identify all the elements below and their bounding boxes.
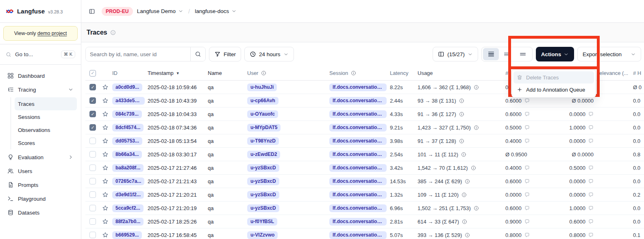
column-header-timestamp[interactable]: Timestamp▼: [145, 70, 206, 76]
sidebar-item-datasets[interactable]: Datasets: [4, 206, 77, 219]
session-id-badge[interactable]: lf.docs.conversation...: [329, 164, 387, 172]
session-id-badge[interactable]: lf.docs.conversation...: [329, 178, 387, 185]
table-row[interactable]: ✓084c739...2025-02-18 10:04:33qau-OYauof…: [85, 107, 644, 121]
user-id-badge[interactable]: u-huJhuJi: [247, 83, 277, 91]
star-icon[interactable]: [102, 164, 109, 171]
user-id-badge[interactable]: u-OYauofc: [247, 110, 278, 118]
goto-command[interactable]: Go to... ⌘ K: [0, 44, 81, 65]
sidebar-item-tracing[interactable]: Tracing: [4, 83, 77, 96]
trace-id-badge[interactable]: 084c739...: [112, 110, 142, 118]
time-range-button[interactable]: 24 hours: [244, 47, 294, 61]
search-input[interactable]: [86, 47, 190, 61]
user-id-badge[interactable]: u-yzSBxcD: [247, 191, 279, 199]
trace-id-badge[interactable]: 07265c7a...: [112, 178, 144, 185]
org-selector[interactable]: Langfuse Demo: [137, 8, 183, 14]
table-row[interactable]: b669529...2025-02-17 16:58:45qau-VIZzvwo…: [85, 228, 644, 239]
user-id-badge[interactable]: u-f0YfBSL: [247, 218, 277, 226]
demo-project-link[interactable]: demo project: [37, 31, 67, 36]
menu-item-delete-traces[interactable]: Delete Traces: [513, 71, 594, 83]
session-id-badge[interactable]: lf.docs.conversation...: [329, 204, 387, 212]
star-icon[interactable]: [102, 232, 109, 238]
sidebar-toggle-icon[interactable]: [86, 6, 98, 17]
session-id-badge[interactable]: lf.docs.conversation...: [329, 97, 387, 105]
user-id-badge[interactable]: u-zEwdED2: [247, 151, 280, 158]
sidebar-item-observations[interactable]: Observations: [15, 123, 77, 136]
table-row[interactable]: dd05753...2025-02-18 05:13:54qau-T98YnzD…: [85, 134, 644, 148]
project-selector[interactable]: langfuse-docs: [195, 8, 237, 14]
sidebar-item-traces[interactable]: Traces: [15, 97, 77, 110]
row-checkbox[interactable]: [89, 151, 96, 158]
user-id-badge[interactable]: u-yzSBxcD: [247, 178, 279, 185]
star-icon[interactable]: [102, 151, 109, 158]
column-header-usage[interactable]: Usage: [415, 70, 505, 76]
star-icon[interactable]: [102, 84, 109, 90]
row-checkbox[interactable]: [89, 191, 96, 198]
star-icon[interactable]: [102, 218, 109, 225]
table-row[interactable]: 5cca9cf2...2025-02-17 21:20:19qau-yzSBxc…: [85, 202, 644, 215]
trace-id-badge[interactable]: 8dcf4574...: [112, 124, 144, 132]
row-checkbox[interactable]: [89, 205, 96, 211]
column-header-relevance[interactable]: relevance (...: [597, 70, 631, 76]
user-id-badge[interactable]: u-MYpDAT5: [247, 124, 281, 132]
session-id-badge[interactable]: lf.docs.conversation...: [329, 83, 387, 91]
table-row[interactable]: ✓8dcf4574...2025-02-18 07:34:36qau-MYpDA…: [85, 121, 644, 134]
session-id-badge[interactable]: lf.docs.conversation...: [329, 137, 387, 145]
column-visibility-button[interactable]: (15/27): [433, 47, 478, 61]
column-header-latency[interactable]: Latency: [387, 70, 415, 76]
sidebar-item-evaluation[interactable]: Evaluation: [4, 150, 77, 164]
star-icon[interactable]: [102, 97, 109, 104]
export-selection-button[interactable]: Export selection: [577, 47, 641, 61]
trace-id-badge[interactable]: ba8a208f...: [112, 164, 144, 172]
session-id-badge[interactable]: lf.docs.conversation...: [329, 191, 387, 199]
trace-id-badge[interactable]: d3e9d1f2...: [112, 191, 144, 199]
trace-id-badge[interactable]: b669529...: [112, 231, 142, 239]
trace-id-badge[interactable]: a433de51...: [112, 97, 145, 105]
session-id-badge[interactable]: lf.docs.conversation...: [329, 110, 387, 118]
session-id-badge[interactable]: lf.docs.conversation...: [329, 218, 387, 226]
sidebar-item-sessions[interactable]: Sessions: [15, 110, 77, 123]
user-id-badge[interactable]: u-T98YnzD: [247, 137, 279, 145]
row-checkbox[interactable]: [89, 232, 96, 238]
select-all-checkbox[interactable]: ✓: [89, 70, 96, 77]
row-checkbox[interactable]: [89, 218, 96, 225]
row-checkbox[interactable]: [89, 164, 96, 171]
star-icon[interactable]: [102, 138, 109, 144]
session-id-badge[interactable]: lf.docs.conversation...: [329, 231, 387, 239]
table-row[interactable]: 07265c7a...2025-02-17 21:21:43qau-yzSBxc…: [85, 175, 644, 188]
column-header-session[interactable]: Session: [326, 70, 387, 76]
row-height-medium-button[interactable]: [499, 48, 515, 60]
user-id-badge[interactable]: u-cp66Avh: [247, 97, 278, 105]
star-icon[interactable]: [102, 205, 109, 211]
table-row[interactable]: ba8a208f...2025-02-17 21:27:46qau-yzSBxc…: [85, 161, 644, 175]
trace-id-badge[interactable]: dd05753...: [112, 137, 142, 145]
menu-item-add-to-annotation-queue[interactable]: Add to Annotation Queue: [513, 83, 594, 96]
star-icon[interactable]: [102, 178, 109, 184]
star-icon[interactable]: [102, 124, 109, 131]
column-header-user[interactable]: User: [244, 70, 326, 76]
star-icon[interactable]: [102, 111, 109, 117]
column-header-id[interactable]: ID: [111, 70, 145, 76]
table-row[interactable]: 88f2a7b0...2025-02-17 18:25:26qau-f0YfBS…: [85, 215, 644, 228]
row-height-small-button[interactable]: [483, 48, 499, 60]
row-checkbox[interactable]: ✓: [89, 97, 96, 104]
column-header-score-c[interactable]: # H: [631, 70, 644, 76]
sidebar-item-scores[interactable]: Scores: [15, 136, 77, 149]
column-header-name[interactable]: Name: [206, 70, 244, 76]
row-checkbox[interactable]: ✓: [89, 111, 96, 117]
trace-id-badge[interactable]: 88f2a7b0...: [112, 218, 144, 226]
user-id-badge[interactable]: u-VIZzvwo: [247, 231, 278, 239]
session-id-badge[interactable]: lf.docs.conversation...: [329, 124, 387, 132]
sidebar-item-users[interactable]: Users: [4, 164, 77, 178]
table-row[interactable]: 8b66a34...2025-02-18 03:30:17qau-zEwdED2…: [85, 148, 644, 161]
row-checkbox[interactable]: ✓: [89, 84, 96, 90]
sidebar-item-prompts[interactable]: Prompts: [4, 178, 77, 192]
user-id-badge[interactable]: u-yzSBxcD: [247, 164, 279, 172]
table-row[interactable]: d3e9d1f2...2025-02-17 21:20:21qau-yzSBxc…: [85, 188, 644, 202]
user-id-badge[interactable]: u-yzSBxcD: [247, 204, 279, 212]
row-height-large-button[interactable]: [515, 48, 531, 60]
filter-button[interactable]: Filter: [209, 47, 241, 61]
sidebar-item-playground[interactable]: Playground: [4, 192, 77, 206]
session-id-badge[interactable]: lf.docs.conversation...: [329, 151, 387, 158]
trace-id-badge[interactable]: 8b66a34...: [112, 151, 142, 158]
row-checkbox[interactable]: [89, 178, 96, 184]
